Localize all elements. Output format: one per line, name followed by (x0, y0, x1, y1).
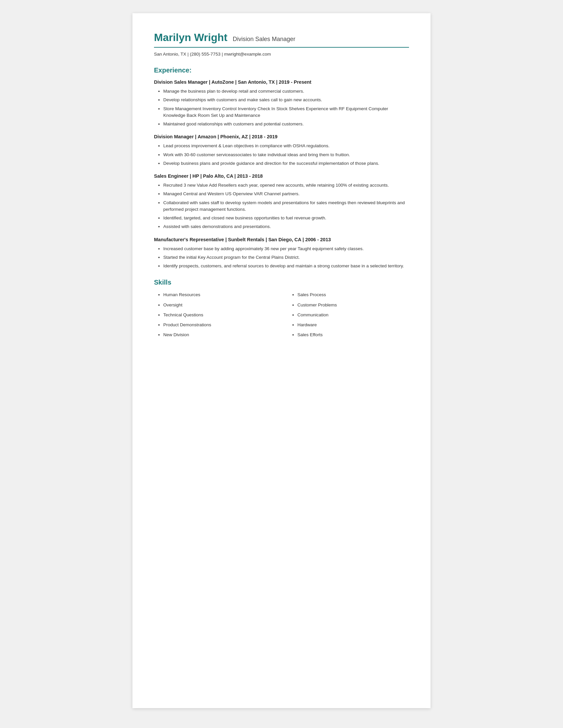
name-title-row: Marilyn Wright Division Sales Manager (154, 31, 409, 44)
job-bullets-4: Increased customer base by adding approx… (154, 246, 409, 270)
job-heading-4: Manufacturer's Representative | Sunbelt … (154, 237, 409, 242)
skill-item: Hardware (298, 322, 409, 328)
bullet-item: Increased customer base by adding approx… (163, 246, 409, 252)
skill-item: Sales Process (298, 292, 409, 298)
job-bullets-2: Lead process improvement & Lean objectiv… (154, 143, 409, 167)
job-block-2: Division Manager | Amazon | Phoenix, AZ … (154, 134, 409, 167)
header-divider (154, 47, 409, 48)
bullet-item: Develop business plans and provide guida… (163, 160, 409, 167)
header-job-title: Division Sales Manager (233, 36, 296, 43)
contact-info: San Antonio, TX | (280) 555-7753 | mwrig… (154, 52, 409, 57)
full-name: Marilyn Wright (154, 31, 227, 44)
skills-grid: Human Resources Oversight Technical Ques… (154, 292, 409, 341)
job-bullets-3: Recruited 3 new Value Add Resellers each… (154, 182, 409, 230)
skill-item: Human Resources (163, 292, 275, 298)
skills-right-col: Sales Process Customer Problems Communic… (288, 292, 409, 341)
skill-item: Product Demonstrations (163, 322, 275, 328)
bullet-item: Recruited 3 new Value Add Resellers each… (163, 182, 409, 189)
skills-title: Skills (154, 279, 409, 286)
bullet-item: Identify prospects, customers, and refer… (163, 263, 409, 269)
skill-item: Customer Problems (298, 302, 409, 308)
job-block-1: Division Sales Manager | AutoZone | San … (154, 79, 409, 127)
job-heading-3: Sales Engineer | HP | Palo Alto, CA | 20… (154, 173, 409, 179)
experience-section: Experience: Division Sales Manager | Aut… (154, 67, 409, 269)
job-block-3: Sales Engineer | HP | Palo Alto, CA | 20… (154, 173, 409, 230)
skill-item: Oversight (163, 302, 275, 308)
bullet-item: Store Management Inventory Control Inven… (163, 106, 409, 119)
bullet-item: Lead process improvement & Lean objectiv… (163, 143, 409, 149)
header-section: Marilyn Wright Division Sales Manager Sa… (154, 31, 409, 57)
bullet-item: Manage the business plan to develop reta… (163, 88, 409, 95)
skill-item: Sales Efforts (298, 332, 409, 338)
skills-section: Skills Human Resources Oversight Technic… (154, 279, 409, 341)
skills-left-col: Human Resources Oversight Technical Ques… (154, 292, 275, 341)
job-block-4: Manufacturer's Representative | Sunbelt … (154, 237, 409, 270)
bullet-item: Assisted with sales demonstrations and p… (163, 223, 409, 230)
skill-item: Technical Questions (163, 312, 275, 318)
bullet-item: Identified, targeted, and closed new bus… (163, 215, 409, 221)
bullet-item: Managed Central and Western US Openview … (163, 191, 409, 197)
job-heading-1: Division Sales Manager | AutoZone | San … (154, 79, 409, 85)
experience-title: Experience: (154, 67, 409, 74)
bullet-item: Develop relationships with customers and… (163, 97, 409, 103)
bullet-item: Collaborated with sales staff to develop… (163, 200, 409, 213)
bullet-item: Started the initial Key Account program … (163, 254, 409, 261)
job-bullets-1: Manage the business plan to develop reta… (154, 88, 409, 127)
skill-item: New Division (163, 332, 275, 338)
resume-document: Marilyn Wright Division Sales Manager Sa… (132, 13, 431, 708)
bullet-item: Maintained good relationships with custo… (163, 121, 409, 127)
skill-item: Communication (298, 312, 409, 318)
job-heading-2: Division Manager | Amazon | Phoenix, AZ … (154, 134, 409, 139)
bullet-item: Work with 30-60 customer serviceassociat… (163, 152, 409, 158)
